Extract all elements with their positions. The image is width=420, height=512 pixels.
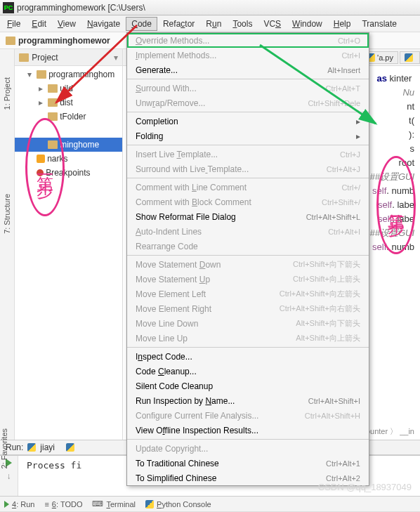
menu-item-label: Move Line Up [136, 334, 188, 343]
menu-item-label: Show Reformat File Dialog [136, 212, 236, 222]
menu-vcs[interactable]: VCS [258, 17, 287, 31]
python-icon [145, 500, 154, 508]
project-tool-window: Project ▾ ▾programminghom▸uild▸disttFold… [15, 49, 123, 440]
breadcrumb-root[interactable]: programminghomewor [18, 36, 110, 46]
menu-window[interactable]: Window [287, 17, 328, 31]
tree-item[interactable]: tFolder [15, 110, 122, 124]
shortcut: Ctrl+Alt+J [327, 165, 360, 173]
menu-item-label: Surround with Live Template... [136, 164, 249, 174]
chevron-down-icon[interactable]: ▾ [114, 53, 118, 63]
shortcut: Alt+Shift+向下箭头 [296, 318, 360, 329]
expander-icon[interactable]: ▾ [27, 70, 34, 79]
gutter-structure[interactable]: 7: Structure [3, 194, 11, 234]
tab-label: 'a.py [377, 53, 393, 62]
menu-item-label: Move Line Down [136, 319, 198, 329]
tree-item-label: dist [60, 98, 73, 107]
menu-item-label: Generate... [136, 65, 178, 75]
project-header-label: Project [32, 53, 58, 63]
menu-run[interactable]: Run [200, 17, 227, 31]
python-icon [405, 53, 413, 62]
menu-item-label: Insert Live Template... [136, 150, 218, 159]
menu-item[interactable]: Folding▸ [127, 129, 369, 143]
menu-item: Insert Live Template...Ctrl+J [127, 147, 369, 162]
code-menu-dropdown: Override Methods...Ctrl+OImplement Metho… [126, 32, 369, 486]
tree-item[interactable]: ▾programminghom [15, 67, 122, 81]
menu-item-label: Surround With... [136, 84, 197, 93]
shortcut: Ctrl+Alt+Shift+向右箭头 [280, 303, 360, 314]
menu-item: Auto-Indent LinesCtrl+Alt+I [127, 224, 369, 239]
menu-item-label: To Simplified Chinese [136, 473, 216, 483]
menu-file[interactable]: File [1, 17, 26, 31]
menu-item[interactable]: Inspect Code... [127, 349, 369, 364]
menu-item[interactable]: View Offline Inspection Results... [127, 423, 369, 438]
expander-icon[interactable]: ▸ [39, 84, 46, 93]
shortcut: Ctrl+Shift+向下箭头 [293, 259, 360, 270]
main-menubar: FileEditViewNavigateCodeRefactorRunTools… [0, 15, 420, 32]
menu-item[interactable]: To Traditional ChineseCtrl+Alt+1 [127, 456, 369, 471]
project-header: Project ▾ [15, 49, 122, 66]
tree-item-label: programminghom [48, 70, 114, 79]
menu-item-label: View Offline Inspection Results... [136, 426, 258, 435]
menu-item-label: To Traditional Chinese [136, 459, 219, 468]
menu-view[interactable]: View [52, 17, 81, 31]
menu-item[interactable]: Completion▸ [127, 114, 369, 129]
menu-item: Move Element LeftCtrl+Alt+Shift+向左箭头 [127, 287, 369, 301]
menu-item[interactable]: Show Reformat File DialogCtrl+Alt+Shift+… [127, 209, 369, 224]
menu-item: Move Line UpAlt+Shift+向上箭头 [127, 331, 369, 346]
folder-icon [48, 98, 58, 107]
menu-item-label: Override Methods... [136, 36, 209, 46]
menu-item-label: Move Element Right [136, 304, 211, 314]
menu-item: Implement Methods...Ctrl+I [127, 48, 369, 63]
menu-item-label: Comment with Block Comment [136, 197, 251, 207]
bottom-tool-tabs: 4: Run≡6: TODO⌨TerminalPython Console [0, 496, 420, 511]
tree-item[interactable]: ▸dist [15, 96, 122, 110]
shortcut: Ctrl+Alt+T [325, 84, 360, 93]
shortcut: Ctrl+Alt+Shift+L [306, 213, 360, 221]
bottom-tab-run[interactable]: 4: Run [4, 500, 34, 508]
run-config-name[interactable]: jiayi [40, 442, 55, 452]
menu-item: Rearrange Code [127, 239, 369, 254]
menu-item: Surround with Live Template...Ctrl+Alt+J [127, 162, 369, 176]
bottom-tab-label: Terminal [106, 500, 136, 508]
menu-item-label: Move Statement Down [136, 260, 221, 270]
menu-help[interactable]: Help [328, 17, 357, 31]
bottom-tab-pythonconsole[interactable]: Python Console [145, 500, 211, 508]
shortcut: Ctrl+I [341, 51, 360, 60]
expander-icon[interactable]: ▸ [39, 98, 46, 107]
folder-icon [6, 37, 15, 45]
menu-code[interactable]: Code [126, 17, 157, 31]
bottom-tab-terminal[interactable]: ⌨Terminal [92, 499, 136, 508]
menu-refactor[interactable]: Refactor [157, 17, 200, 31]
watermark: CSDN @qq_18937049 [318, 482, 412, 492]
editor-tab[interactable] [400, 51, 420, 64]
menu-item: Unwrap/Remove...Ctrl+Shift+Dele [127, 96, 369, 110]
menu-translate[interactable]: Translate [356, 17, 402, 31]
gutter-project[interactable]: 1: Project [3, 77, 11, 110]
menu-item[interactable]: Code Cleanup... [127, 364, 369, 379]
menu-item: Move Element RightCtrl+Alt+Shift+向右箭头 [127, 301, 369, 316]
shortcut: Alt+Insert [327, 66, 360, 74]
menu-item: Update Copyright... [127, 441, 369, 456]
menu-edit[interactable]: Edit [26, 17, 52, 31]
menu-item[interactable]: Generate...Alt+Insert [127, 63, 369, 77]
menu-item[interactable]: Silent Code Cleanup [127, 379, 369, 393]
menu-item[interactable]: Run Inspection by Name...Ctrl+Alt+Shift+… [127, 393, 369, 408]
menu-navigate[interactable]: Navigate [81, 17, 126, 31]
menu-item-label: Silent Code Cleanup [136, 381, 213, 391]
tree-item-label: uild [60, 84, 73, 93]
annotation-step2: 第二步 [376, 156, 416, 254]
bottom-tab-label: 6: TODO [52, 500, 83, 508]
tree-item[interactable]: ▸uild [15, 81, 122, 96]
shortcut: Ctrl+J [340, 150, 360, 159]
shortcut: Ctrl+Alt+Shift+向左箭头 [280, 289, 360, 299]
menu-item: Comment with Block CommentCtrl+Shift+/ [127, 195, 369, 209]
menu-item: Move Statement UpCtrl+Shift+向上箭头 [127, 272, 369, 287]
bottom-tab-todo[interactable]: ≡6: TODO [44, 500, 82, 508]
gutter-favorites[interactable]: 2: Favorites [0, 428, 8, 468]
menu-item-label: Inspect Code... [136, 352, 192, 362]
shortcut: Ctrl+Shift+/ [322, 198, 360, 206]
tree-item-label: tFolder [60, 112, 86, 122]
code-breadcrumb[interactable]: ounter 〉 __in [363, 426, 417, 438]
down-arrow-icon[interactable]: ↓ [7, 471, 11, 481]
menu-tools[interactable]: Tools [227, 17, 258, 31]
